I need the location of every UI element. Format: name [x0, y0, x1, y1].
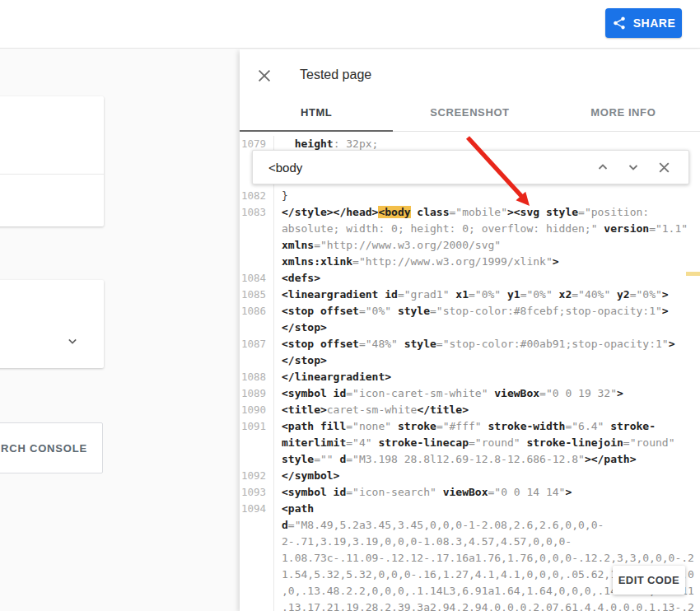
- panel-header: Tested page: [240, 49, 700, 94]
- code-token: >: [617, 387, 623, 399]
- line-number: 1087: [240, 336, 273, 369]
- tab-screenshot[interactable]: SCREENSHOT: [393, 94, 546, 131]
- code-token: </title>: [417, 403, 469, 416]
- card-divider: [0, 174, 104, 175]
- line-number: 1088: [240, 369, 273, 385]
- line-number: 1083: [240, 204, 273, 270]
- code-token: <title>: [282, 403, 327, 416]
- code-token: ="round": [469, 436, 520, 449]
- code-token: y2: [610, 288, 629, 301]
- code-token: stroke-width: [482, 420, 566, 432]
- code-token: </style></head>: [282, 206, 378, 218]
- code-token: ="": [314, 453, 333, 465]
- code-line-content: <lineargradient id="grad1" x1="0%" y1="0…: [273, 287, 700, 303]
- chevron-down-icon[interactable]: [64, 333, 81, 349]
- code-token: <stop offset: [282, 338, 359, 350]
- code-line: 1082}: [240, 188, 700, 204]
- line-number: 1092: [240, 468, 273, 484]
- code-token: <path: [282, 502, 314, 515]
- code-line: 1086<stop offset="0%" style="stop-color:…: [240, 303, 700, 336]
- code-line-content: }: [273, 188, 700, 204]
- code-token: ="stop-color:#8fcebf;stop-opacity:1": [430, 305, 662, 317]
- code-token: caret-sm-white: [327, 403, 418, 416]
- code-token: ></path>: [585, 453, 637, 465]
- code-line-content: </style></head><body class="mobile"><svg…: [273, 204, 700, 270]
- code-token: <stop offset: [282, 305, 359, 317]
- search-match-highlight: <body: [378, 206, 410, 218]
- line-number: 1094: [240, 501, 273, 611]
- code-token: ="1.1": [649, 222, 688, 235]
- code-token: ="0%": [630, 288, 662, 301]
- code-token: stroke-linecap: [372, 436, 469, 449]
- tab-html[interactable]: HTML: [240, 94, 393, 131]
- code-token: </lineargradient>: [282, 371, 391, 383]
- code-token: style: [391, 305, 430, 317]
- code-token: >: [553, 255, 559, 268]
- scrollbar-match-marker: [686, 272, 700, 276]
- code-token: x1: [450, 288, 469, 301]
- code-line: 1091<path fill="none" stroke="#fff" stro…: [240, 418, 700, 468]
- code-token: stroke: [391, 420, 436, 432]
- code-token: ><svg style: [507, 206, 578, 218]
- code-line-content: <path fill="none" stroke="#fff" stroke-w…: [273, 418, 700, 468]
- code-token: style: [398, 338, 436, 350]
- code-token: stroke-linejoin: [520, 436, 623, 449]
- line-number: 1090: [240, 402, 273, 418]
- code-token: ="0%": [520, 288, 553, 301]
- top-app-bar: SHARE: [0, 0, 700, 49]
- line-number: 1085: [240, 287, 273, 303]
- code-line: 1083</style></head><body class="mobile">…: [240, 204, 700, 270]
- code-token: version: [598, 222, 650, 235]
- tab-more-info[interactable]: MORE INFO: [547, 94, 700, 131]
- code-token: ="stop-color:#00ab91;stop-opacity:1": [436, 338, 669, 350]
- code-token: <lineargradient id: [282, 288, 398, 301]
- code-token: x2: [553, 288, 572, 301]
- code-line: 1090<title>caret-sm-white</title>: [240, 402, 700, 418]
- code-token: d: [334, 453, 347, 465]
- code-line: 1088</lineargradient>: [240, 369, 700, 385]
- code-line-content: </symbol>: [273, 468, 700, 484]
- line-number: 1084: [240, 270, 273, 287]
- code-token: viewBox: [488, 387, 539, 399]
- code-line: 1085<lineargradient id="grad1" x1="0%" y…: [240, 287, 700, 303]
- code-line-content: </lineargradient>: [273, 369, 700, 385]
- chevron-up-icon[interactable]: [593, 157, 613, 177]
- code-line-content: <stop offset="48%" style="stop-color:#00…: [273, 336, 700, 369]
- close-icon[interactable]: [254, 66, 275, 87]
- share-button-label: SHARE: [633, 16, 676, 30]
- tested-page-panel: Tested page HTML SCREENSHOT MORE INFO 10…: [240, 49, 700, 611]
- code-token: ="grad1": [398, 288, 450, 301]
- code-token: y1: [501, 288, 520, 301]
- line-number: 1082: [240, 188, 273, 204]
- share-button[interactable]: SHARE: [605, 8, 682, 38]
- code-token: <symbol id: [282, 486, 346, 498]
- code-token: ="0 0 19 32": [539, 387, 617, 399]
- code-token: >: [662, 288, 669, 301]
- code-token: <defs>: [282, 272, 320, 284]
- code-token: ="http://www.w3.org/2000/svg": [314, 239, 501, 251]
- code-line: 1087<stop offset="48%" style="stop-color…: [240, 336, 700, 369]
- code-token: d: [282, 519, 288, 531]
- edit-code-button[interactable]: EDIT CODE: [613, 566, 685, 595]
- code-token: ="icon-search": [346, 486, 436, 498]
- code-token: ="round": [623, 436, 675, 449]
- result-card: [0, 96, 104, 226]
- code-line: 1084<defs>: [240, 270, 700, 287]
- open-search-console-button[interactable]: RCH CONSOLE: [0, 422, 103, 473]
- panel-title: Tested page: [300, 68, 371, 82]
- find-input[interactable]: [253, 151, 593, 184]
- code-line: 1089<symbol id="icon-caret-sm-white" vie…: [240, 385, 700, 402]
- code-token: ="M8.49,5.2a3.45,3.45,0,0,0-1-2.08,2.6,2…: [282, 519, 694, 611]
- chevron-down-icon[interactable]: [623, 157, 643, 177]
- code-token: height: [282, 138, 334, 150]
- line-number: 1089: [240, 385, 273, 402]
- code-token: ="0%": [359, 305, 391, 317]
- line-number: 1091: [240, 418, 273, 468]
- close-icon[interactable]: [654, 157, 674, 177]
- line-number: 1086: [240, 303, 273, 336]
- line-number: 1093: [240, 484, 273, 501]
- share-icon: [612, 16, 627, 30]
- code-token: <path fill: [282, 420, 346, 432]
- code-token: ="6.4": [565, 420, 604, 432]
- code-token: ="none": [346, 420, 391, 432]
